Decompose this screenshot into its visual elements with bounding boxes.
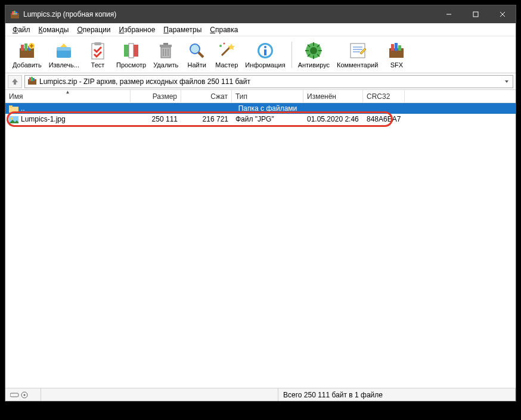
menu-options[interactable]: Параметры: [160, 24, 205, 35]
header-packed[interactable]: Сжат: [181, 90, 232, 103]
comment-button[interactable]: Комментарий: [333, 40, 382, 70]
address-dropdown-icon[interactable]: [502, 77, 511, 86]
svg-rect-6: [473, 12, 478, 17]
extract-label: Извлечь...: [49, 61, 79, 69]
info-button[interactable]: Информация: [241, 40, 289, 70]
wizard-button[interactable]: Мастер: [212, 40, 241, 70]
up-button[interactable]: [8, 75, 22, 88]
svg-rect-10: [21, 45, 24, 51]
info-label: Информация: [245, 61, 285, 69]
svg-line-31: [222, 47, 230, 55]
svg-point-32: [219, 45, 222, 47]
antivirus-label: Антивирус: [298, 61, 330, 69]
minimize-button[interactable]: [435, 5, 462, 23]
comment-label: Комментарий: [337, 61, 378, 69]
sfx-icon: [387, 41, 406, 60]
sfx-button[interactable]: SFX: [382, 40, 411, 70]
add-icon: [17, 41, 36, 60]
test-button[interactable]: Тест: [83, 40, 113, 70]
menu-commands[interactable]: Команды: [35, 24, 73, 35]
toolbar: Добавить Извлечь... Тест Просмотр Удалит…: [5, 36, 516, 73]
svg-rect-54: [395, 43, 398, 51]
status-selection: [41, 388, 278, 401]
toolbar-separator: [291, 42, 292, 68]
app-window: Lumpics.zip (пробная копия) Файл Команды…: [5, 5, 516, 402]
svg-rect-37: [264, 49, 266, 55]
file-type: Папка с файлами: [232, 104, 303, 113]
file-modified: 01.05.2020 2:46: [303, 115, 363, 123]
archive-icon: [27, 76, 37, 87]
view-button[interactable]: Просмотр: [113, 40, 150, 70]
svg-rect-11: [24, 43, 27, 51]
window-title: Lumpics.zip (пробная копия): [23, 10, 435, 18]
menu-help[interactable]: Справка: [206, 24, 241, 35]
add-button[interactable]: Добавить: [9, 40, 45, 70]
svg-point-66: [24, 394, 26, 396]
header-modified[interactable]: Изменён: [303, 90, 363, 103]
close-button[interactable]: [489, 5, 516, 23]
extract-button[interactable]: Извлечь...: [45, 40, 83, 70]
wizard-icon: [217, 41, 236, 60]
app-icon: [10, 10, 20, 19]
svg-point-33: [224, 42, 225, 44]
view-icon: [122, 41, 141, 60]
info-icon: [256, 41, 275, 60]
parent-folder-row[interactable]: .. Папка с файлами: [5, 103, 516, 114]
menu-file[interactable]: Файл: [9, 24, 34, 35]
sort-asc-icon: ▲: [66, 89, 70, 95]
menu-operations[interactable]: Операции: [73, 24, 114, 35]
svg-point-39: [310, 47, 317, 54]
titlebar: Lumpics.zip (пробная копия): [5, 5, 516, 23]
address-input[interactable]: Lumpics.zip - ZIP архив, размер исходных…: [24, 75, 513, 88]
header-name[interactable]: ▲Имя: [5, 90, 131, 103]
file-crc: 848A6EA7: [363, 115, 405, 123]
address-text: Lumpics.zip - ZIP архив, размер исходных…: [39, 77, 250, 86]
header-type[interactable]: Тип: [232, 90, 303, 103]
svg-rect-53: [391, 44, 394, 51]
svg-line-30: [199, 52, 203, 57]
svg-rect-19: [94, 42, 101, 45]
svg-rect-58: [31, 77, 33, 81]
svg-rect-17: [57, 47, 71, 51]
header-size[interactable]: Размер: [131, 90, 181, 103]
folder-icon: [9, 105, 18, 113]
comment-icon: [348, 41, 367, 60]
svg-rect-64: [10, 393, 18, 397]
svg-rect-24: [160, 45, 172, 47]
maximize-button[interactable]: [462, 5, 489, 23]
find-button[interactable]: Найти: [182, 40, 212, 70]
test-icon: [88, 41, 107, 60]
up-arrow-icon: [11, 77, 19, 86]
menubar: Файл Команды Операции Избранное Параметр…: [5, 23, 516, 36]
status-left-icons: [5, 388, 41, 401]
file-name: Lumpics-1.jpg: [21, 115, 66, 123]
svg-rect-4: [13, 13, 17, 14]
svg-rect-55: [398, 45, 401, 51]
svg-rect-61: [9, 105, 13, 108]
wizard-label: Мастер: [215, 61, 238, 69]
file-list[interactable]: .. Папка с файлами Lumpics-1.jpg 250 111…: [5, 103, 516, 388]
antivirus-icon: [304, 41, 323, 60]
file-packed: 216 721: [181, 115, 232, 123]
extract-icon: [54, 41, 73, 60]
column-headers: ▲Имя Размер Сжат Тип Изменён CRC32: [5, 90, 516, 103]
svg-point-36: [264, 46, 266, 48]
header-crc[interactable]: CRC32: [363, 90, 405, 103]
sfx-label: SFX: [390, 61, 403, 69]
antivirus-button[interactable]: Антивирус: [294, 40, 333, 70]
file-type: Файл "JPG": [232, 115, 303, 123]
delete-label: Удалить: [153, 61, 178, 69]
file-row[interactable]: Lumpics-1.jpg 250 111 216 721 Файл "JPG"…: [5, 114, 516, 125]
svg-point-63: [11, 117, 13, 120]
delete-button[interactable]: Удалить: [150, 40, 182, 70]
svg-rect-16: [57, 49, 71, 58]
menu-favorites[interactable]: Избранное: [116, 24, 159, 35]
addressbar: Lumpics.zip - ZIP архив, размер исходных…: [5, 73, 516, 90]
view-label: Просмотр: [116, 61, 146, 69]
find-label: Найти: [188, 61, 206, 69]
find-icon: [187, 41, 206, 60]
image-file-icon: [9, 116, 18, 123]
drive-icon: [10, 391, 29, 399]
add-label: Добавить: [13, 61, 42, 69]
file-name: ..: [21, 104, 25, 113]
